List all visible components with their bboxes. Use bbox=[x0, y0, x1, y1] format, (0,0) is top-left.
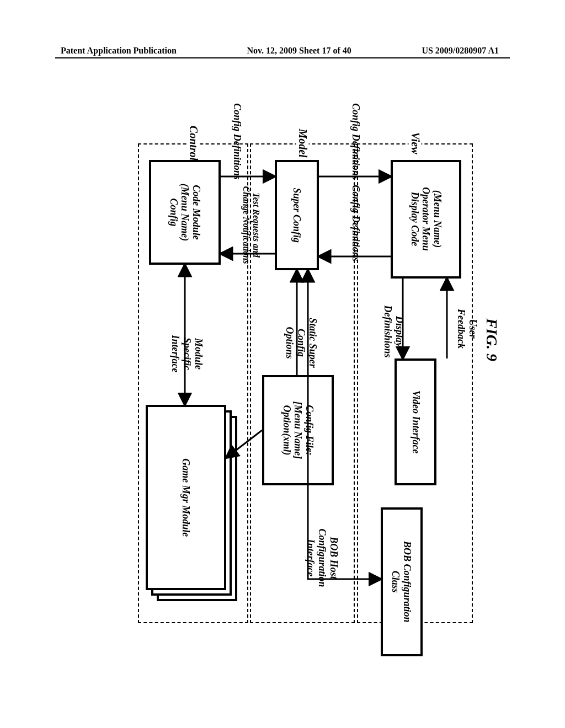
game-mgr-label: Game Mgr Module bbox=[180, 458, 192, 537]
figure-caption: FIG. 9 bbox=[483, 318, 500, 361]
diagram: Control Model View Code Module(Menu Name… bbox=[83, 72, 480, 629]
edge-display-defs: DisplayDefinishions bbox=[382, 305, 405, 357]
header-center: Nov. 12, 2009 Sheet 17 of 40 bbox=[247, 46, 351, 56]
box-game-mgr: Game Mgr Module bbox=[146, 405, 226, 590]
header-left: Patent Application Publication bbox=[61, 46, 177, 56]
header-right: US 2009/0280907 A1 bbox=[422, 46, 499, 56]
box-super-config: Super Config bbox=[275, 160, 319, 270]
super-config-label: Super Config bbox=[291, 188, 303, 243]
bob-config-label: BOB ConfigurationClass bbox=[390, 541, 413, 623]
edge-bob-host: BOB HostConfigurationInterface bbox=[305, 528, 339, 587]
video-interface-label: Video Interface bbox=[410, 390, 422, 454]
box-operator-menu: (Menu Name)Operator MenuDisplay Code bbox=[391, 160, 461, 279]
box-bob-config: BOB ConfigurationClass bbox=[381, 507, 423, 656]
code-module-label: Code Module(Menu Name)Config bbox=[168, 184, 202, 242]
edge-module-iface: ModuleSpecificInterface bbox=[169, 335, 204, 373]
config-file-label: Config File:[Menu Name]Option(xml) bbox=[281, 402, 315, 459]
group-model-title: Model bbox=[296, 125, 309, 160]
edge-test-change: Test Requests andChange Notifications bbox=[241, 186, 261, 264]
edge-config-defs-control: Config Definitions bbox=[231, 103, 243, 180]
page-header: Patent Application Publication Nov. 12, … bbox=[0, 44, 565, 57]
box-config-file: Config File:[Menu Name]Option(xml) bbox=[262, 375, 334, 485]
edge-static-super: Static SuperConfigOptions bbox=[284, 318, 318, 368]
box-video-interface: Video Interface bbox=[395, 358, 436, 485]
edge-user-feedback: UserFeedback bbox=[455, 309, 478, 349]
group-view-title: View bbox=[409, 129, 422, 157]
box-code-module: Code Module(Menu Name)Config bbox=[149, 160, 221, 265]
group-control-title: Control bbox=[187, 122, 200, 164]
edge-config-defs-mv2: Config Definitions bbox=[350, 185, 361, 261]
edge-config-defs-mv: Config Definitions bbox=[350, 103, 361, 180]
header-rule bbox=[55, 57, 510, 58]
operator-menu-label: (Menu Name)Operator MenuDisplay Code bbox=[409, 188, 443, 251]
